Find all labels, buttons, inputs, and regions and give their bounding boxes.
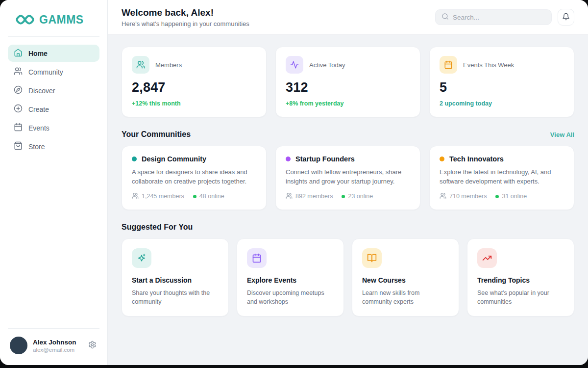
topbar-actions bbox=[435, 9, 574, 26]
stat-delta: 2 upcoming today bbox=[440, 100, 564, 107]
suggested-description: Discover upcoming meetups and workshops bbox=[247, 289, 334, 306]
topbar: Welcome back, Alex! Here's what's happen… bbox=[108, 0, 588, 35]
stat-head: Members bbox=[132, 56, 256, 74]
sidebar-spacer bbox=[0, 163, 107, 328]
book-open-icon bbox=[362, 248, 382, 268]
search-input[interactable] bbox=[453, 14, 545, 21]
trending-up-icon bbox=[477, 248, 497, 268]
stat-head: Events This Week bbox=[440, 56, 564, 74]
calendar-icon bbox=[247, 248, 267, 268]
members-count: 892 members bbox=[286, 192, 333, 201]
view-all-link[interactable]: View All bbox=[550, 131, 574, 138]
sidebar-item-create[interactable]: Create bbox=[8, 101, 99, 118]
suggested-title: New Courses bbox=[362, 276, 449, 284]
suggested-card-discussion[interactable]: Start a Discussion Share your thoughts w… bbox=[122, 238, 229, 316]
users-icon bbox=[286, 192, 293, 201]
stat-card-active-today: Active Today 312 +8% from yesterday bbox=[275, 47, 420, 117]
gear-icon bbox=[88, 341, 97, 350]
stat-label: Members bbox=[155, 61, 182, 69]
suggested-title: Trending Topics bbox=[477, 276, 564, 284]
users-icon bbox=[132, 192, 139, 201]
notifications-button[interactable] bbox=[558, 9, 574, 26]
user-profile[interactable]: Alex Johnson alex@email.com bbox=[8, 328, 99, 365]
community-card-tech[interactable]: Tech Innovators Explore the latest in te… bbox=[429, 146, 574, 210]
members-count: 1,245 members bbox=[132, 192, 184, 201]
suggested-card-courses[interactable]: New Courses Learn new skills from commun… bbox=[352, 238, 459, 316]
activity-icon bbox=[286, 56, 303, 74]
communities-row: Design Community A space for designers t… bbox=[122, 146, 574, 210]
suggested-description: Share your thoughts with the community bbox=[132, 289, 219, 306]
online-count: 48 online bbox=[193, 193, 224, 200]
community-description: Connect with fellow entrepreneurs, share… bbox=[286, 168, 410, 186]
stat-delta: +8% from yesterday bbox=[286, 100, 410, 107]
online-dot bbox=[495, 195, 499, 198]
stat-label: Active Today bbox=[309, 61, 345, 69]
online-count: 23 online bbox=[342, 193, 373, 200]
sidebar-item-label: Home bbox=[28, 50, 48, 57]
user-name: Alex Johnson bbox=[33, 339, 82, 346]
search-box[interactable] bbox=[435, 9, 552, 25]
community-color-dot bbox=[286, 157, 291, 161]
sidebar-item-label: Create bbox=[28, 105, 49, 113]
sidebar-item-store[interactable]: Store bbox=[8, 138, 99, 155]
sidebar-item-community[interactable]: Community bbox=[8, 63, 99, 80]
stat-card-members: Members 2,847 +12% this month bbox=[122, 47, 267, 117]
page-subtitle: Here's what's happening in your communit… bbox=[122, 20, 249, 27]
community-name: Tech Innovators bbox=[449, 155, 504, 163]
calendar-icon bbox=[14, 123, 23, 133]
suggested-description: Learn new skills from community experts bbox=[362, 289, 449, 306]
stat-delta: +12% this month bbox=[132, 100, 256, 107]
sidebar-nav: Home Community Discover Create bbox=[0, 37, 107, 163]
stat-head: Active Today bbox=[286, 56, 410, 74]
sidebar-item-label: Community bbox=[28, 68, 63, 76]
compass-icon bbox=[14, 85, 23, 96]
sidebar-item-events[interactable]: Events bbox=[8, 119, 99, 136]
suggested-card-trending[interactable]: Trending Topics See what's popular in yo… bbox=[467, 238, 574, 316]
community-name: Design Community bbox=[142, 155, 206, 163]
gamms-infinity-logo-icon bbox=[15, 13, 35, 26]
members-count: 710 members bbox=[440, 192, 487, 201]
bell-icon bbox=[562, 13, 570, 22]
users-icon bbox=[440, 192, 446, 201]
community-meta: 1,245 members 48 online bbox=[132, 192, 256, 201]
suggested-row: Start a Discussion Share your thoughts w… bbox=[122, 238, 574, 316]
community-card-design[interactable]: Design Community A space for designers t… bbox=[122, 146, 267, 210]
suggested-section-head: Suggested For You bbox=[122, 223, 574, 232]
community-name: Startup Founders bbox=[295, 155, 355, 163]
topbar-titles: Welcome back, Alex! Here's what's happen… bbox=[122, 7, 249, 27]
sidebar-item-label: Store bbox=[28, 143, 45, 151]
sidebar-item-home[interactable]: Home bbox=[8, 45, 99, 62]
content: Members 2,847 +12% this month Active Tod… bbox=[108, 35, 588, 365]
online-dot bbox=[342, 195, 345, 198]
community-description: A space for designers to share ideas and… bbox=[132, 168, 256, 186]
plus-circle-icon bbox=[14, 104, 23, 114]
suggested-card-events[interactable]: Explore Events Discover upcoming meetups… bbox=[237, 238, 344, 316]
community-title-row: Startup Founders bbox=[286, 155, 410, 163]
online-count: 31 online bbox=[495, 193, 527, 200]
community-card-startup[interactable]: Startup Founders Connect with fellow ent… bbox=[275, 146, 420, 210]
sidebar-item-label: Events bbox=[28, 124, 49, 132]
page-title: Welcome back, Alex! bbox=[122, 7, 249, 18]
communities-section-head: Your Communities View All bbox=[122, 130, 574, 139]
sidebar-item-label: Discover bbox=[28, 87, 55, 95]
community-description: Explore the latest in technology, AI, an… bbox=[440, 168, 564, 186]
stat-value: 2,847 bbox=[132, 80, 256, 95]
logo: GAMMS bbox=[0, 0, 107, 36]
community-title-row: Design Community bbox=[132, 155, 256, 163]
search-icon bbox=[441, 13, 449, 22]
users-icon bbox=[14, 67, 23, 77]
shopping-bag-icon bbox=[14, 141, 23, 152]
stat-label: Events This Week bbox=[463, 61, 514, 69]
settings-button[interactable] bbox=[87, 340, 98, 351]
stat-value: 5 bbox=[440, 80, 564, 95]
sidebar-item-discover[interactable]: Discover bbox=[8, 82, 99, 99]
sidebar: GAMMS Home Community Discover bbox=[0, 0, 108, 365]
community-color-dot bbox=[440, 157, 444, 161]
calendar-icon bbox=[440, 56, 457, 74]
suggested-description: See what's popular in your communities bbox=[477, 289, 564, 306]
stat-value: 312 bbox=[286, 80, 410, 95]
stats-row: Members 2,847 +12% this month Active Tod… bbox=[122, 47, 574, 117]
suggested-title: Explore Events bbox=[247, 276, 334, 284]
online-dot bbox=[193, 195, 196, 198]
communities-heading: Your Communities bbox=[122, 130, 191, 139]
